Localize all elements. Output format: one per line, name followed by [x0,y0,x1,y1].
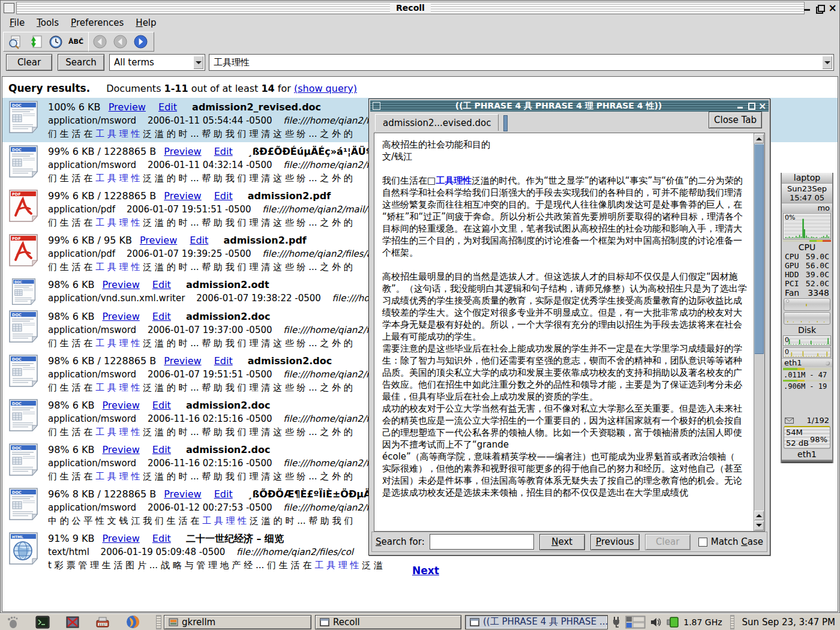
svg-text:DOC: DOC [12,313,22,317]
preview-maximize-icon[interactable] [748,102,755,110]
result-preview-link[interactable]: Preview [102,444,139,455]
search-mode-select[interactable]: All terms [109,54,205,71]
clear-button[interactable]: Clear [6,54,52,71]
scroll-up-icon[interactable] [754,134,764,143]
search-input[interactable]: 工具理性 [209,54,834,71]
window-menu-icon[interactable] [4,3,14,13]
result-edit-link[interactable]: Edit [152,533,171,544]
result-edit-link[interactable]: Edit [158,101,177,113]
close-tab-button[interactable]: Close Tab [709,112,762,128]
result-url: file:///home/qian2/files/col [236,547,353,557]
sort-order-icon[interactable] [28,34,43,49]
typewriter-icon[interactable] [95,615,110,629]
result-preview-link[interactable]: Preview [102,533,139,544]
search-button[interactable]: Search [58,54,104,71]
workspace-pager-icon[interactable] [625,616,646,629]
result-preview-link[interactable]: Preview [102,400,139,411]
mail-monitor[interactable]: 1/192 [782,415,832,425]
doc-file-icon: DOC [7,487,40,521]
gkrellm-clock[interactable]: Sun23Sep 15:47 05 [782,184,832,203]
menu-file[interactable]: File [4,16,30,29]
result-preview-link[interactable]: Preview [164,488,201,500]
scrollbar-thumb[interactable] [754,144,764,354]
match-case-checkbox[interactable] [698,538,707,547]
term-explorer-icon[interactable]: ÅBĈ [68,34,83,49]
find-clear-button[interactable]: Clear [645,534,691,550]
disk-chart-read[interactable]: 0 [783,335,831,346]
next-page-link[interactable]: Next [412,565,439,577]
restore-icon[interactable] [815,4,824,13]
search-document-icon[interactable] [7,34,22,49]
menu-help[interactable]: Help [130,16,161,29]
cpu-section-title[interactable]: CPU [782,242,832,252]
disk-chart-write[interactable]: 0 [783,347,831,358]
result-edit-link[interactable]: Edit [152,444,171,455]
result-edit-link[interactable]: Edit [190,235,208,246]
eth-panel-header[interactable]: eth1 [782,358,832,367]
result-edit-link[interactable]: Edit [152,311,171,322]
menu-preferences[interactable]: Preferences [65,16,129,29]
result-edit-link[interactable]: Edit [152,400,171,411]
disk-section-title[interactable]: Disk [782,325,832,335]
result-preview-link[interactable]: Preview [164,146,201,157]
nav-previous-page-icon[interactable] [113,34,128,49]
result-preview-link[interactable]: Preview [109,101,146,113]
preview-scrollbar[interactable] [754,133,764,531]
result-preview-link[interactable]: Preview [102,311,139,322]
chevron-down-icon[interactable] [822,56,832,69]
text-editor-icon[interactable] [65,615,80,629]
result-edit-link[interactable]: Edit [214,488,233,500]
scroll-down-icon[interactable] [754,521,764,530]
terminal-icon[interactable] [35,615,50,629]
result-mime-type: application/msword [48,160,136,170]
preview-window-menu-icon[interactable] [373,102,380,110]
cpu-frequency-icon[interactable] [666,616,679,628]
history-clock-icon[interactable] [48,34,63,49]
chevron-down-icon[interactable] [193,56,203,69]
result-preview-link[interactable]: Preview [164,355,201,367]
gkrellm-hostname[interactable]: laptop [782,173,832,184]
result-edit-link[interactable]: Edit [152,279,171,290]
find-previous-button[interactable]: Previous [590,534,640,550]
show-query-link[interactable]: (show query) [294,83,357,94]
preview-tab[interactable]: admission2...evised.doc [375,114,499,131]
nav-first-page-icon[interactable] [92,34,107,49]
result-edit-link[interactable]: Edit [214,190,233,202]
taskbar-clock[interactable]: Sun Sep 23, 3:47 PM [742,617,835,628]
menu-tools[interactable]: Tools [31,16,64,29]
temperature-row: HDD 39.0C [782,270,832,279]
taskbar-handle[interactable] [156,615,161,629]
find-next-button[interactable]: Next [539,534,585,550]
preview-close-icon[interactable]: × [758,102,766,110]
taskbar-task-button[interactable]: Recoll [315,615,461,629]
memory-battery-panel[interactable]: 54M 98% 52 dB [784,426,830,449]
taskbar-task-button[interactable]: ((工 PHRASE 4 具 PHRASE ... [465,615,608,629]
close-icon[interactable]: × [828,4,837,13]
preview-titlebar[interactable]: ((工 PHRASE 4 具 PHRASE 4 理 PHRASE 4 性)) × [370,100,769,112]
firefox-icon[interactable] [125,615,140,629]
result-edit-link[interactable]: Edit [214,146,233,157]
scroll-up-icon[interactable] [754,511,764,520]
result-preview-link[interactable]: Preview [164,190,201,202]
preview-text-area[interactable]: 高校招生的社会功能和目的 文/钱江 我们生活在□工具理性泛滥的时代。作为“世之显… [374,133,765,532]
taskbar-task-button[interactable]: gkrellm [164,615,311,629]
results-count-middle: out of at least [191,83,259,94]
result-preview-link[interactable]: Preview [102,279,139,290]
result-date: 2006-01-11 04:32:14 -0500 [148,160,272,170]
gnome-foot-icon[interactable] [5,615,20,629]
preview-minimize-icon[interactable] [737,102,745,110]
result-edit-link[interactable]: Edit [214,355,233,367]
sensor-value: 39.0C [806,270,829,279]
power-plug-icon[interactable] [611,616,621,628]
minimize-icon[interactable] [803,4,812,13]
find-input[interactable] [430,534,534,550]
recoll-titlebar[interactable]: Recoll × [1,1,839,15]
eth-bottom-label: eth1 [782,449,832,459]
html-file-icon: HTML [7,532,40,565]
speaker-icon[interactable] [650,617,662,628]
cpu-usage-chart[interactable]: 0% [783,213,831,239]
result-preview-link[interactable]: Preview [140,235,177,246]
nav-next-page-icon[interactable] [133,34,148,49]
fan-meter-1[interactable] [784,298,830,311]
fan-meter-2[interactable] [784,312,830,325]
